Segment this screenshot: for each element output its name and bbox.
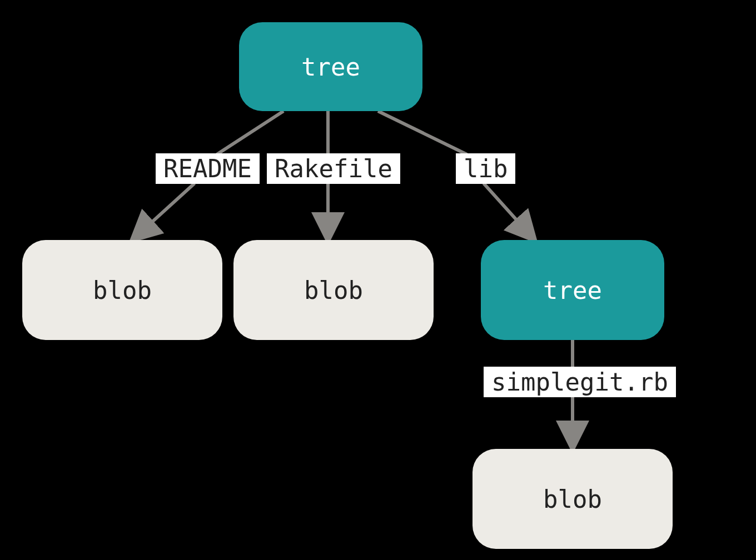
node-blob-rakefile: blob (233, 240, 434, 340)
svg-line-0 (217, 111, 284, 154)
node-root-tree: tree (239, 22, 422, 111)
node-blob-simplegit-label: blob (543, 485, 602, 513)
node-blob-readme-label: blob (93, 276, 152, 304)
node-blob-rakefile-label: blob (304, 276, 363, 304)
git-object-tree-diagram: tree README Rakefile lib blob blob tree … (0, 0, 756, 560)
svg-line-5 (484, 183, 534, 239)
edge-label-rakefile: Rakefile (267, 153, 400, 184)
node-subtree-lib: tree (481, 240, 664, 340)
svg-line-1 (133, 183, 195, 239)
node-blob-simplegit: blob (472, 449, 673, 549)
node-root-tree-label: tree (301, 53, 360, 81)
node-blob-readme: blob (22, 240, 222, 340)
edge-label-readme: README (156, 153, 260, 184)
edge-label-simplegit: simplegit.rb (484, 367, 676, 397)
svg-line-4 (378, 111, 467, 154)
node-subtree-lib-label: tree (543, 276, 602, 304)
edge-label-lib: lib (456, 153, 515, 184)
